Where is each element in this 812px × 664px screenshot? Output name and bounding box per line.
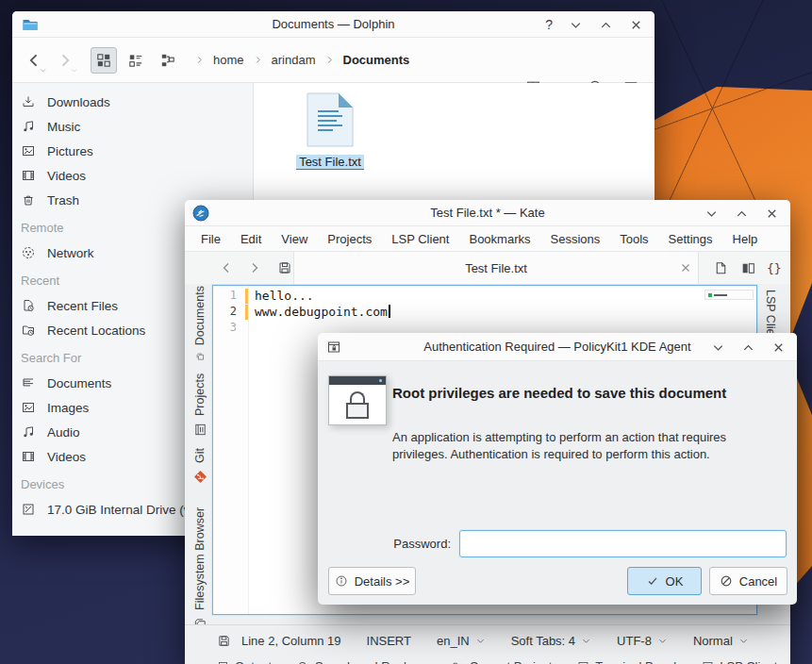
- new-document-icon[interactable]: [713, 260, 729, 276]
- tree-view-button[interactable]: [155, 47, 181, 74]
- forward-button[interactable]: [53, 48, 77, 73]
- menu-projects[interactable]: Projects: [327, 232, 372, 246]
- maximize-icon[interactable]: [735, 207, 749, 221]
- breadcrumb-user[interactable]: arindam: [272, 53, 316, 67]
- output-icon: [217, 660, 229, 664]
- section-header-remote: Remote: [21, 221, 64, 235]
- code-line-2: www.debugpoint.com: [255, 304, 390, 320]
- file-test-file-txt[interactable]: Test File.txt: [278, 92, 382, 170]
- tab-close-icon[interactable]: [679, 261, 692, 274]
- auth-lock-illustration: [328, 375, 387, 425]
- drive-icon: [21, 502, 36, 517]
- tab-next-icon[interactable]: [247, 260, 262, 275]
- menu-bookmarks[interactable]: Bookmarks: [469, 232, 530, 246]
- check-icon: [646, 574, 659, 588]
- sidebar-item-label: 17.0 GiB Internal Drive (v: [47, 503, 191, 517]
- recent-file-icon: [21, 298, 36, 313]
- menu-help[interactable]: Help: [733, 232, 758, 246]
- icons-view-button[interactable]: [91, 47, 117, 74]
- sidebar-item-music[interactable]: Music: [12, 114, 253, 139]
- tab-test-file[interactable]: Test File.txt: [293, 252, 699, 284]
- sidetab-documents[interactable]: Documents: [187, 286, 213, 361]
- git-icon: [193, 470, 207, 484]
- password-label: Password:: [318, 537, 451, 551]
- info-icon: [335, 574, 348, 588]
- dolphin-toolbar: home arindam Documents Split: [12, 38, 655, 83]
- music-icon: [21, 424, 36, 440]
- file-label: Test File.txt: [296, 155, 364, 170]
- tab-prev-icon[interactable]: [219, 260, 234, 275]
- ok-button[interactable]: OK: [627, 567, 702, 595]
- code-line-1: hello...: [255, 288, 314, 304]
- sidebar-item-label: Videos: [47, 450, 86, 464]
- menu-edit[interactable]: Edit: [240, 232, 261, 246]
- minimize-icon[interactable]: [569, 18, 583, 32]
- tool-current-project[interactable]: Current Project: [452, 659, 552, 664]
- breadcrumb-home[interactable]: home: [213, 53, 244, 67]
- help-icon[interactable]: ?: [545, 17, 553, 32]
- menu-settings[interactable]: Settings: [669, 232, 713, 246]
- menu-tools[interactable]: Tools: [620, 232, 648, 246]
- sidebar-item-videos[interactable]: Videos: [12, 163, 253, 188]
- back-button[interactable]: [22, 48, 46, 73]
- status-tabs[interactable]: Soft Tabs: 4: [511, 634, 591, 648]
- kate-statusbar: Line 2, Column 19 INSERT en_IN Soft Tabs…: [185, 624, 790, 656]
- split-view-icon[interactable]: [740, 260, 756, 276]
- minimap-mark: [714, 294, 727, 296]
- section-header-recent: Recent: [21, 274, 59, 288]
- tool-search-replace[interactable]: Search and Replace: [297, 659, 426, 664]
- status-encoding[interactable]: UTF-8: [617, 634, 668, 648]
- download-icon: [21, 94, 36, 109]
- close-icon[interactable]: [771, 340, 786, 355]
- film-icon: [21, 168, 36, 183]
- menu-file[interactable]: File: [201, 232, 221, 246]
- sidebar-item-pictures[interactable]: Pictures: [12, 139, 253, 163]
- status-insert-mode[interactable]: INSERT: [367, 634, 411, 648]
- dialog-titlebar[interactable]: Authentication Required — PolicyKit1 KDE…: [318, 333, 797, 361]
- chevron-down-icon: [581, 636, 591, 646]
- tool-terminal-panel[interactable]: Terminal Panel: [577, 659, 676, 664]
- password-input[interactable]: [459, 530, 787, 557]
- sidetab-filesystem-browser[interactable]: Filesystem Browser: [187, 488, 213, 631]
- sidetab-git[interactable]: Git: [187, 440, 213, 484]
- sidebar-item-downloads[interactable]: Downloads: [12, 90, 253, 114]
- lock-body: [346, 403, 369, 419]
- trash-icon: [21, 192, 36, 208]
- status-line-column[interactable]: Line 2, Column 19: [241, 634, 341, 648]
- dolphin-titlebar[interactable]: Documents — Dolphin ?: [12, 11, 655, 38]
- status-dictionary[interactable]: en_IN: [437, 634, 486, 648]
- sidebar-item-label: Recent Files: [47, 299, 118, 313]
- save-status-icon[interactable]: [217, 634, 231, 648]
- tool-output[interactable]: Output: [217, 659, 272, 664]
- menu-lsp-client[interactable]: LSP Client: [391, 232, 449, 246]
- editor-minimap[interactable]: [704, 290, 754, 300]
- breadcrumb-current[interactable]: Documents: [343, 53, 410, 67]
- status-highlight-mode[interactable]: Normal: [693, 634, 749, 648]
- save-icon[interactable]: [277, 260, 292, 275]
- menu-sessions[interactable]: Sessions: [551, 232, 601, 246]
- menu-view[interactable]: View: [281, 232, 307, 246]
- sidebar-item-label: Network: [47, 246, 94, 260]
- chevron-down-icon: [738, 636, 749, 646]
- details-button[interactable]: Details >>: [328, 567, 416, 595]
- minimize-icon[interactable]: [704, 207, 719, 221]
- lsp-client-icon: [702, 660, 714, 664]
- maximize-icon[interactable]: [741, 340, 755, 355]
- close-icon[interactable]: [629, 18, 643, 32]
- kate-window-title: Test File.txt * — Kate: [185, 206, 790, 220]
- cancel-button[interactable]: Cancel: [709, 567, 787, 595]
- sidetab-projects[interactable]: Projects: [187, 367, 213, 437]
- tool-lsp-client[interactable]: LSP Client: [702, 659, 777, 664]
- details-label: Details >>: [355, 574, 410, 589]
- sidebar-item-label: Downloads: [47, 95, 110, 109]
- details-view-icon: [127, 52, 144, 69]
- maximize-icon[interactable]: [599, 18, 613, 32]
- chevron-down-icon: [475, 636, 486, 646]
- close-icon[interactable]: [765, 207, 779, 221]
- kate-titlebar[interactable]: Test File.txt * — Kate: [185, 200, 790, 226]
- braces-icon[interactable]: {}: [767, 261, 782, 275]
- minimize-icon[interactable]: [711, 340, 725, 355]
- sidebar-item-label: Documents: [47, 376, 111, 390]
- details-view-button[interactable]: [123, 47, 149, 74]
- music-icon: [21, 119, 36, 134]
